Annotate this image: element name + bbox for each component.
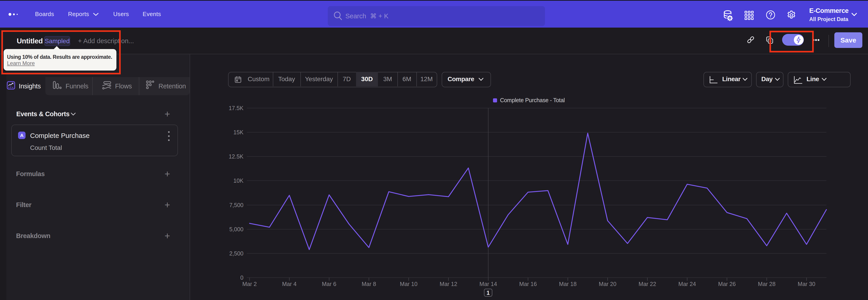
svg-text:Mar 12: Mar 12 — [440, 281, 457, 287]
svg-text:10K: 10K — [234, 177, 244, 184]
svg-text:Mar 14: Mar 14 — [479, 281, 497, 287]
svg-text:Mar 30: Mar 30 — [798, 281, 815, 287]
svg-text:Mar 22: Mar 22 — [639, 281, 656, 287]
svg-text:Mar 6: Mar 6 — [322, 281, 336, 287]
svg-text:Complete Purchase - Total: Complete Purchase - Total — [500, 97, 565, 103]
svg-text:Mar 18: Mar 18 — [559, 281, 577, 287]
svg-text:Mar 16: Mar 16 — [519, 281, 537, 287]
svg-text:Mar 4: Mar 4 — [282, 281, 297, 287]
svg-text:Mar 2: Mar 2 — [242, 281, 257, 287]
svg-text:Mar 20: Mar 20 — [599, 281, 616, 287]
svg-text:2,500: 2,500 — [229, 250, 243, 257]
svg-text:Mar 24: Mar 24 — [678, 281, 696, 287]
svg-text:15K: 15K — [234, 129, 244, 136]
svg-text:0: 0 — [240, 274, 243, 281]
svg-text:Mar 28: Mar 28 — [758, 281, 776, 287]
svg-text:7,500: 7,500 — [229, 202, 243, 208]
svg-text:Mar 8: Mar 8 — [362, 281, 376, 287]
svg-text:12.5K: 12.5K — [229, 153, 244, 160]
svg-text:17.5K: 17.5K — [229, 105, 244, 111]
svg-text:Mar 10: Mar 10 — [400, 281, 417, 287]
svg-text:Mar 26: Mar 26 — [718, 281, 736, 287]
svg-text:5,000: 5,000 — [229, 226, 243, 232]
